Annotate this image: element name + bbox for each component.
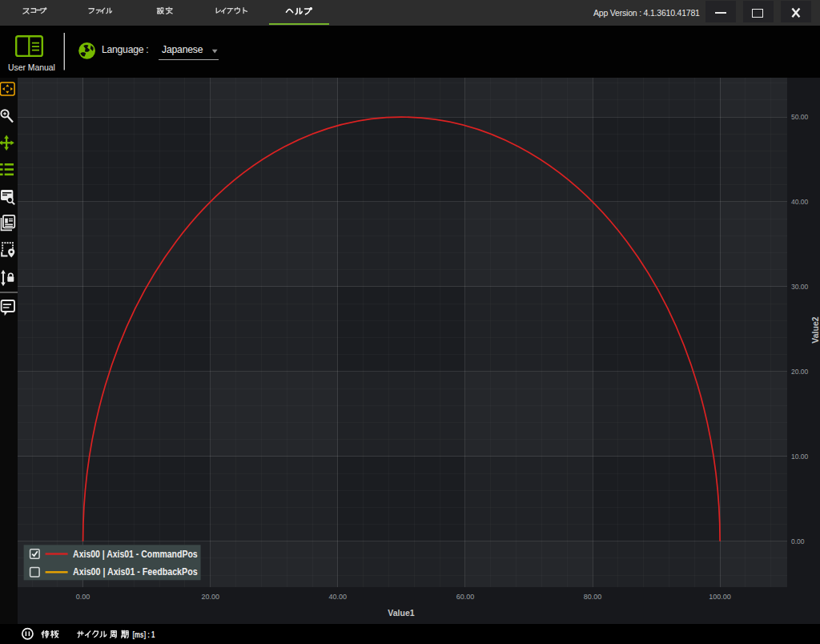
svg-text:Value2: Value2 xyxy=(810,316,820,343)
svg-text:[ms] : 1: [ms] : 1 xyxy=(133,630,155,639)
svg-text:Axis00 | Axis01 - CommandPos: Axis00 | Axis01 - CommandPos xyxy=(73,549,198,560)
svg-text:Value1: Value1 xyxy=(388,608,414,618)
svg-text:0.00: 0.00 xyxy=(791,537,805,545)
svg-text:60.00: 60.00 xyxy=(456,593,475,601)
svg-text:80.00: 80.00 xyxy=(584,593,602,601)
svg-text:0.00: 0.00 xyxy=(76,593,90,601)
svg-text:20.00: 20.00 xyxy=(791,368,809,376)
svg-text:50.00: 50.00 xyxy=(791,113,809,121)
svg-text:40.00: 40.00 xyxy=(791,198,809,206)
svg-text:40.00: 40.00 xyxy=(329,593,348,601)
svg-text:Axis00 | Axis01 - FeedbackPos: Axis00 | Axis01 - FeedbackPos xyxy=(73,567,198,578)
svg-text:100.00: 100.00 xyxy=(709,593,731,601)
svg-text:10.00: 10.00 xyxy=(791,453,809,461)
svg-text:20.00: 20.00 xyxy=(201,593,219,601)
svg-text:30.00: 30.00 xyxy=(791,283,809,291)
